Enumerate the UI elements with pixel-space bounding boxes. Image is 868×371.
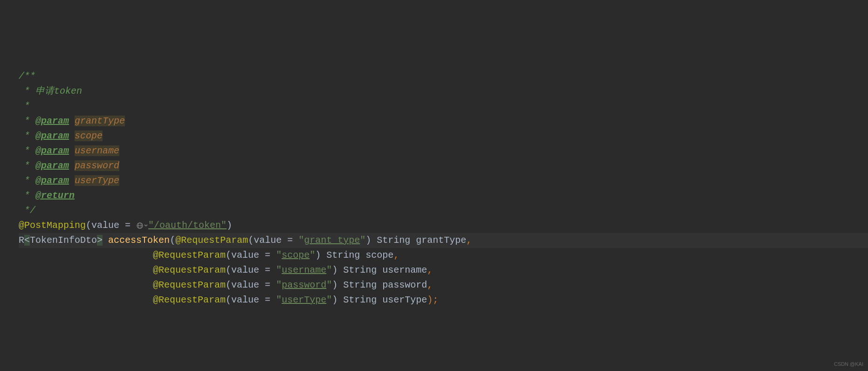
method-param-line: @RequestParam(value = "username") String…: [19, 265, 433, 275]
javadoc-param-line: * @param grantType: [19, 116, 125, 126]
javadoc-param-line: * @param username: [19, 145, 119, 156]
javadoc-param-line: * @param scope: [19, 131, 103, 141]
method-param-line: @RequestParam(value = "password") String…: [19, 280, 433, 290]
javadoc-blank: *: [19, 101, 30, 111]
javadoc-open: /**: [19, 71, 35, 82]
annotation-line: @PostMapping(value = "/oauth/token"): [19, 220, 232, 231]
code-editor[interactable]: /** * 申请token * * @param grantType * @pa…: [19, 69, 868, 308]
javadoc-desc-line: * 申请token: [19, 86, 82, 96]
javadoc-return-line: * @return: [19, 190, 75, 201]
javadoc-param-line: * @param userType: [19, 175, 119, 186]
javadoc-param-line: * @param password: [19, 160, 119, 171]
javadoc-close: */: [19, 205, 35, 216]
watermark: CSDN @KAI: [834, 360, 863, 369]
method-param-line: @RequestParam(value = "scope") String sc…: [19, 250, 399, 261]
chevron-down-icon: [144, 223, 148, 228]
method-signature-line: R<TokenInfoDto> accessToken(@RequestPara…: [19, 233, 868, 248]
method-param-line: @RequestParam(value = "userType") String…: [19, 295, 438, 305]
globe-icon[interactable]: [136, 222, 148, 229]
